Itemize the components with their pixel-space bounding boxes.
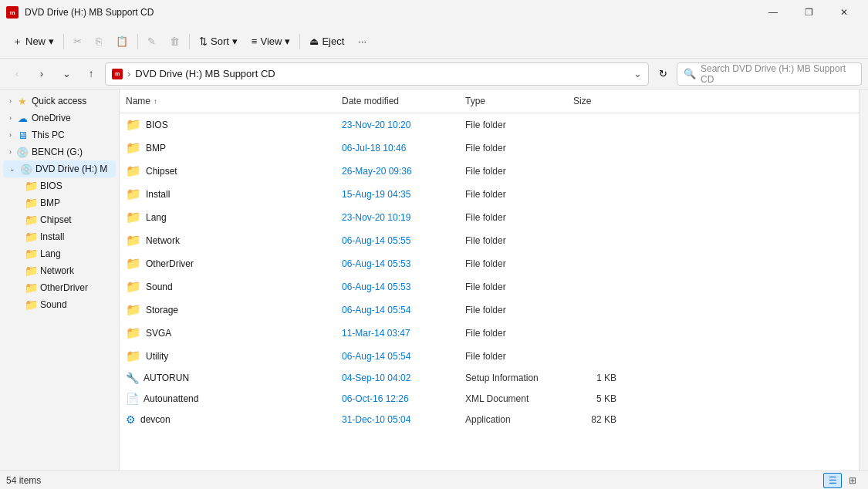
sort-icon: ⇅ (199, 35, 208, 47)
close-button[interactable]: ✕ (826, 0, 862, 25)
file-name-cell: ⚙ devcon (120, 412, 336, 427)
sidebar-item-bmp[interactable]: 📁 BMP (3, 194, 116, 211)
more-label: ··· (358, 35, 366, 47)
file-row[interactable]: 📁 Network 06-Aug-14 05:55 File folder (120, 229, 859, 252)
file-date-cell: 06-Aug-14 05:54 (336, 303, 459, 317)
star-icon: ★ (16, 95, 29, 107)
file-name-cell: 📁 Sound (120, 278, 336, 295)
title-bar: m DVD Drive (H:) MB Support CD — ❐ ✕ (0, 0, 868, 25)
maximize-button[interactable]: ❐ (791, 0, 826, 25)
recent-locations-button[interactable]: ⌄ (56, 63, 77, 85)
file-row[interactable]: 📁 Utility 06-Aug-14 05:54 File folder (120, 345, 859, 368)
file-type-cell: Application (459, 413, 567, 427)
file-row[interactable]: 📁 BMP 06-Jul-18 10:46 File folder (120, 137, 859, 160)
file-size-cell (567, 123, 629, 126)
delete-button[interactable]: 🗑 (164, 29, 186, 54)
file-date-cell: 06-Aug-14 05:53 (336, 257, 459, 271)
up-button[interactable]: ↑ (80, 63, 102, 85)
sidebar-item-bios[interactable]: 📁 BIOS (3, 177, 116, 194)
folder-icon: 📁 (126, 187, 141, 201)
folder-icon: 📁 (126, 117, 141, 132)
msi-logo-icon: m (6, 6, 19, 19)
more-options-button[interactable]: ··· (352, 29, 373, 54)
sort-dropdown-arrow: ▾ (232, 35, 238, 47)
folder-icon: 📁 (25, 197, 37, 209)
search-box[interactable]: 🔍 Search DVD Drive (H:) MB Support CD (677, 62, 862, 86)
view-icon: ≡ (252, 35, 258, 47)
file-type-cell: File folder (459, 257, 567, 271)
file-name-cell: 📁 BMP (120, 139, 336, 157)
back-button[interactable]: ‹ (6, 63, 28, 85)
sidebar-item-this-pc[interactable]: › 🖥 This PC (3, 126, 116, 143)
sort-button[interactable]: ⇅ Sort ▾ (193, 29, 244, 54)
file-type-cell: File folder (459, 164, 567, 178)
sidebar-label: This PC (32, 130, 65, 140)
sort-arrow-icon: ↑ (154, 97, 157, 106)
sidebar-item-bench-g[interactable]: › 💿 BENCH (G:) (3, 143, 116, 160)
list-header: Name ↑ Date modified Type Size (120, 89, 859, 113)
file-row[interactable]: 📁 Sound 06-Aug-14 05:53 File folder (120, 275, 859, 298)
file-row[interactable]: 📁 SVGA 11-Mar-14 03:47 File folder (120, 322, 859, 345)
folder-icon: 📁 (25, 231, 37, 243)
file-name-cell: 📁 BIOS (120, 116, 336, 133)
cut-button[interactable]: ✂ (67, 29, 88, 54)
address-bar[interactable]: m › DVD Drive (H:) MB Support CD ⌄ (105, 62, 649, 86)
sort-label: Sort (211, 35, 229, 47)
sidebar-item-lang[interactable]: 📁 Lang (3, 245, 116, 262)
file-row[interactable]: 📁 Chipset 26-May-20 09:36 File folder (120, 160, 859, 183)
column-header-date[interactable]: Date modified (336, 93, 459, 110)
folder-icon: 📁 (126, 164, 141, 178)
new-button[interactable]: ＋ New ▾ (6, 29, 60, 54)
file-row[interactable]: 📄 Autounattend 06-Oct-16 12:26 XML Docum… (120, 389, 859, 410)
file-name-text: Sound (146, 282, 173, 292)
paste-button[interactable]: 📋 (110, 29, 134, 54)
copy-button[interactable]: ⎘ (90, 29, 108, 54)
file-name-text: AUTORUN (144, 373, 189, 383)
address-dropdown-button[interactable]: ⌄ (633, 68, 642, 79)
folder-icon: 📁 (126, 349, 141, 363)
file-name-text: Lang (146, 212, 167, 223)
rename-button[interactable]: ✎ (141, 29, 162, 54)
sidebar-item-otherdriver[interactable]: 📁 OtherDriver (3, 279, 116, 296)
folder-icon: 📁 (25, 248, 37, 260)
details-view-button[interactable]: ☰ (823, 473, 842, 488)
file-row[interactable]: 📁 BIOS 23-Nov-20 10:20 File folder (120, 113, 859, 137)
folder-icon: 📁 (126, 140, 141, 155)
file-size-cell (567, 285, 629, 288)
file-size-cell (567, 262, 629, 265)
file-row[interactable]: 📁 Install 15-Aug-19 04:35 File folder (120, 183, 859, 206)
tiles-view-button[interactable]: ⊞ (843, 473, 862, 488)
file-row[interactable]: 📁 Lang 23-Nov-20 10:19 File folder (120, 206, 859, 229)
column-header-type[interactable]: Type (459, 93, 567, 110)
refresh-button[interactable]: ↻ (652, 63, 674, 85)
sidebar-item-install[interactable]: 📁 Install (3, 228, 116, 245)
forward-button[interactable]: › (31, 63, 52, 85)
file-list: 📁 BIOS 23-Nov-20 10:20 File folder 📁 BMP… (120, 113, 859, 470)
file-row[interactable]: ⚙ devcon 31-Dec-10 05:04 Application 82 … (120, 410, 859, 430)
sidebar-item-dvd-drive[interactable]: ⌄ 💿 DVD Drive (H:) M (3, 160, 116, 177)
sidebar-item-sound[interactable]: 📁 Sound (3, 296, 116, 313)
file-name-text: Install (146, 189, 170, 200)
chevron-icon: ⌄ (9, 165, 15, 173)
file-row[interactable]: 🔧 AUTORUN 04-Sep-10 04:02 Setup Informat… (120, 368, 859, 389)
address-crumb: DVD Drive (H:) MB Support CD (135, 68, 275, 79)
file-size-cell (567, 309, 629, 312)
view-label: View (260, 35, 282, 47)
folder-icon: 📁 (126, 325, 141, 340)
sidebar-item-quick-access[interactable]: › ★ Quick access (3, 93, 116, 110)
file-type-cell: File folder (459, 326, 567, 340)
file-type-cell: File folder (459, 349, 567, 363)
column-header-size[interactable]: Size (567, 93, 629, 110)
eject-button[interactable]: ⏏ Eject (303, 29, 350, 54)
view-button[interactable]: ≡ View ▾ (245, 29, 297, 54)
minimize-button[interactable]: — (755, 0, 791, 25)
file-row[interactable]: 📁 Storage 06-Aug-14 05:54 File folder (120, 298, 859, 322)
sidebar-item-onedrive[interactable]: › ☁ OneDrive (3, 110, 116, 126)
toolbar-sep-1 (63, 34, 64, 49)
sidebar-item-chipset[interactable]: 📁 Chipset (3, 211, 116, 228)
scrollbar-track[interactable] (859, 89, 868, 470)
sidebar-item-network[interactable]: 📁 Network (3, 262, 116, 279)
file-name-cell: 📁 OtherDriver (120, 255, 336, 272)
column-header-name[interactable]: Name ↑ (120, 93, 336, 110)
file-row[interactable]: 📁 OtherDriver 06-Aug-14 05:53 File folde… (120, 252, 859, 275)
